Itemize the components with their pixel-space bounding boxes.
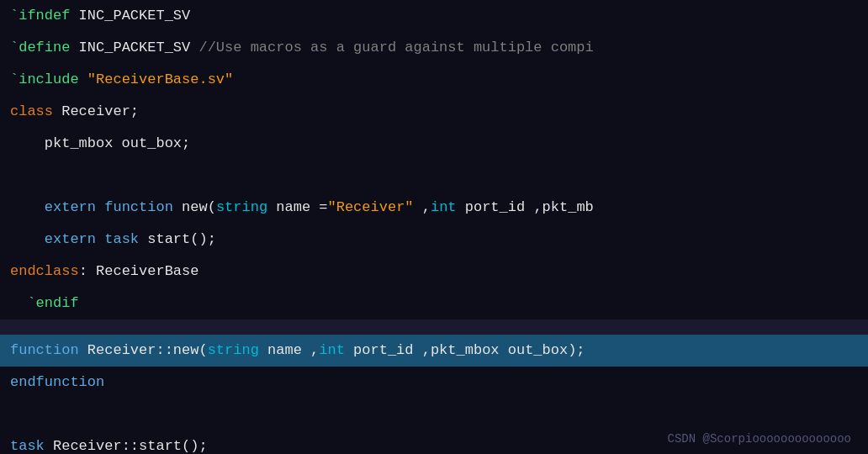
token: extern [45,193,96,222]
code-line [0,160,868,192]
token: extern [45,225,96,254]
token: INC_PACKET_SV [70,34,198,62]
token: Receiver::start(); [45,432,208,454]
token: endclass [10,257,79,286]
token: string [216,193,267,222]
token: `define [10,34,70,62]
token [10,400,19,429]
token: Receiver; [53,98,139,126]
token: `include [10,66,79,94]
code-area: `ifndef INC_PACKET_SV `define INC_PACKET… [0,0,868,454]
code-line: function Receiver::new( string name , in… [0,335,868,367]
code-line: extern task start(); [0,224,868,256]
token: port_id ,pkt_mb [457,193,594,222]
code-line: class Receiver; [0,96,868,128]
token [79,66,87,94]
watermark: CSDN @Scorpioooooooooooooo [668,432,851,446]
code-line: endfunction [0,367,868,399]
token: new( [173,193,216,222]
token [10,193,45,222]
code-line [0,399,868,430]
code-line: `ifndef INC_PACKET_SV [0,0,868,32]
token: port_id ,pkt_mbox out_box); [345,336,585,365]
token [96,193,104,222]
code-line: `define INC_PACKET_SV //Use macros as a … [0,32,868,64]
token: "ReceiverBase.sv" [87,66,233,94]
code-line: endclass : ReceiverBase [0,256,868,288]
token: string [208,336,259,365]
token: function [10,336,79,365]
token [10,225,45,254]
token: function [104,193,173,222]
token: int [431,193,457,222]
code-line: `include "ReceiverBase.sv" [0,64,868,96]
token: class [10,98,53,126]
token: `ifndef [10,2,70,30]
token [10,161,19,190]
token: name = [267,193,327,222]
token: "Receiver" [328,193,414,222]
token: INC_PACKET_SV [70,2,190,30]
token: name , [259,336,319,365]
token: //Use macros as a guard against multiple… [198,34,593,62]
code-line: `endif [0,288,868,319]
token: , [414,193,431,222]
token: task [10,432,45,454]
token: Receiver::new( [79,336,208,365]
token: task [104,225,139,254]
code-editor: `ifndef INC_PACKET_SV `define INC_PACKET… [0,0,868,454]
code-line: extern function new( string name = "Rece… [0,192,868,224]
token: pkt_mbox out_box; [10,129,190,158]
token: int [319,336,345,365]
token: : ReceiverBase [79,257,199,286]
section-divider [0,319,868,335]
token [10,289,27,318]
token: start(); [139,225,216,254]
code-line: pkt_mbox out_box; [0,128,868,160]
token: endfunction [10,368,104,397]
token [96,225,104,254]
token: `endif [27,289,78,318]
